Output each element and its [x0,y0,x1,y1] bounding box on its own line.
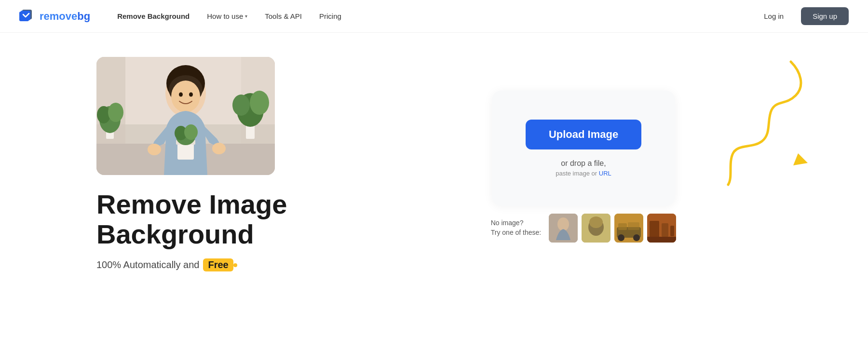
login-button[interactable]: Log in [754,8,793,24]
nav-right: Log in Sign up [754,7,849,25]
decorative-squiggle [723,57,810,192]
sample-thumb-4-img [647,214,676,243]
svg-point-31 [557,217,569,231]
svg-rect-2 [21,11,30,20]
svg-rect-44 [670,226,674,236]
sample-thumb-1[interactable] [549,214,578,243]
samples-section: No image? Try one of these: [491,214,677,243]
nav-item-pricing[interactable]: Pricing [312,8,349,24]
hero-title-line1: Remove Image [96,189,287,219]
free-badge: Free [203,258,233,271]
sample-images [549,214,676,243]
sample-thumb-2[interactable] [582,214,610,243]
logo[interactable]: removebg [19,10,90,23]
svg-point-34 [589,216,603,228]
left-section: Remove Image Background 100% Automatical… [96,47,289,271]
hero-title-line2: Background [96,219,254,249]
right-section: Upload Image or drop a file, paste image… [318,47,849,243]
svg-point-19 [171,81,200,112]
logo-bg: bg [77,10,90,22]
navbar: removebg Remove Background How to use ▾ … [0,0,868,33]
svg-marker-29 [793,153,808,165]
svg-rect-45 [647,237,676,243]
svg-rect-43 [662,223,668,237]
svg-point-21 [189,93,193,97]
svg-point-37 [618,234,624,241]
hero-image-svg [96,57,275,175]
svg-point-38 [633,234,640,241]
logo-text: removebg [40,10,90,23]
subtitle-text: 100% Automatically and [96,259,199,270]
svg-point-22 [148,144,161,155]
paste-text: paste image or URL [556,170,611,177]
svg-point-20 [179,93,183,97]
svg-rect-39 [618,223,627,230]
sample-thumb-2-img [582,214,610,243]
hero-title: Remove Image Background [96,189,287,249]
drop-text: or drop a file, paste image or URL [556,159,611,177]
main-content: Remove Image Background 100% Automatical… [0,33,868,281]
svg-point-14 [232,95,250,116]
chevron-down-icon: ▾ [245,14,247,19]
samples-label: No image? Try one of these: [491,218,542,237]
sample-thumb-4[interactable] [647,214,676,243]
svg-point-11 [108,103,123,122]
svg-rect-42 [650,221,659,238]
url-link[interactable]: URL [599,170,611,177]
svg-point-15 [250,91,269,115]
upload-image-button[interactable]: Upload Image [526,120,641,149]
svg-point-28 [184,124,198,140]
try-these-text: Try one of these: [491,228,542,238]
nav-label-pricing: Pricing [319,12,341,20]
hero-subtitle: 100% Automatically and Free [96,258,233,271]
logo-remove: remove [40,10,77,22]
drop-file-text: or drop a file, [556,159,611,168]
svg-point-23 [212,143,226,154]
svg-rect-40 [628,222,639,230]
signup-button[interactable]: Sign up [801,7,849,25]
nav-links: Remove Background How to use ▾ Tools & A… [109,8,754,24]
logo-icon [19,10,37,23]
nav-item-remove-background[interactable]: Remove Background [109,8,197,24]
nav-label-how-to-use: How to use [207,12,243,20]
nav-item-tools-api[interactable]: Tools & API [257,8,310,24]
no-image-text: No image? [491,218,542,228]
nav-label-remove-background: Remove Background [117,12,190,20]
sample-thumb-1-img [549,214,578,243]
paste-image-text: paste image or [556,170,597,177]
upload-card: Upload Image or drop a file, paste image… [492,91,675,206]
hero-image [96,57,275,175]
nav-label-tools-api: Tools & API [265,12,302,20]
nav-item-how-to-use[interactable]: How to use ▾ [199,8,255,24]
sample-thumb-3[interactable] [614,214,643,243]
sample-thumb-3-img [614,214,643,243]
